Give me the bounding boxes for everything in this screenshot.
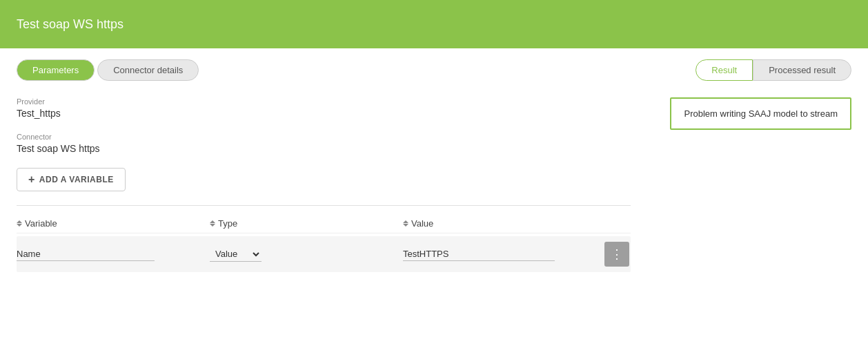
- type-select[interactable]: Value Variable: [210, 247, 262, 262]
- tab-parameters[interactable]: Parameters: [17, 59, 95, 81]
- provider-value: Test_https: [17, 108, 631, 119]
- add-variable-label: ADD A VARIABLE: [39, 175, 114, 184]
- top-bar: Test soap WS https: [0, 0, 868, 48]
- value-input[interactable]: [403, 247, 555, 261]
- add-variable-button[interactable]: + ADD A VARIABLE: [17, 168, 126, 191]
- tabs-row: Parameters Connector details Result Proc…: [17, 59, 851, 81]
- tab-connector-details[interactable]: Connector details: [97, 59, 199, 81]
- col-header-variable: Variable: [17, 218, 210, 229]
- main-content: Parameters Connector details Result Proc…: [0, 48, 868, 364]
- variable-input[interactable]: [17, 247, 155, 261]
- connector-value: Test soap WS https: [17, 143, 631, 154]
- table-cell-value: [403, 247, 603, 261]
- col-header-type: Type: [210, 218, 403, 229]
- connector-label: Connector: [17, 133, 631, 141]
- row-actions: ⋮: [603, 242, 631, 267]
- tabs-right: Result Processed result: [696, 59, 851, 81]
- table-header-row: Variable Type Value: [17, 214, 631, 233]
- col-header-type-label: Type: [218, 218, 237, 229]
- tabs-left: Parameters Connector details: [17, 59, 199, 81]
- form-right: Problem writing SAAJ model to stream: [631, 97, 851, 272]
- tab-processed-result[interactable]: Processed result: [753, 59, 851, 81]
- plus-icon: +: [28, 173, 35, 186]
- form-left: Provider Test_https Connector Test soap …: [17, 97, 631, 272]
- provider-field-group: Provider Test_https: [17, 97, 631, 119]
- form-section: Provider Test_https Connector Test soap …: [17, 97, 851, 272]
- tab-result[interactable]: Result: [696, 59, 753, 81]
- table-cell-type: Value Variable: [210, 247, 403, 262]
- error-message: Problem writing SAAJ model to stream: [684, 108, 838, 119]
- col-header-value: Value: [403, 218, 631, 229]
- provider-label: Provider: [17, 97, 631, 106]
- connector-field-group: Connector Test soap WS https: [17, 133, 631, 154]
- page-title: Test soap WS https: [17, 17, 124, 32]
- error-box: Problem writing SAAJ model to stream: [670, 97, 851, 130]
- col-header-variable-label: Variable: [25, 218, 57, 229]
- table-cell-variable: [17, 247, 210, 261]
- sort-icon-value: [403, 220, 408, 227]
- table-row: Value Variable ⋮: [17, 236, 631, 272]
- row-menu-button[interactable]: ⋮: [604, 242, 629, 267]
- sort-icon-variable: [17, 220, 22, 227]
- sort-icon-type: [210, 220, 215, 227]
- col-header-value-label: Value: [411, 218, 433, 229]
- table-divider: [17, 205, 631, 206]
